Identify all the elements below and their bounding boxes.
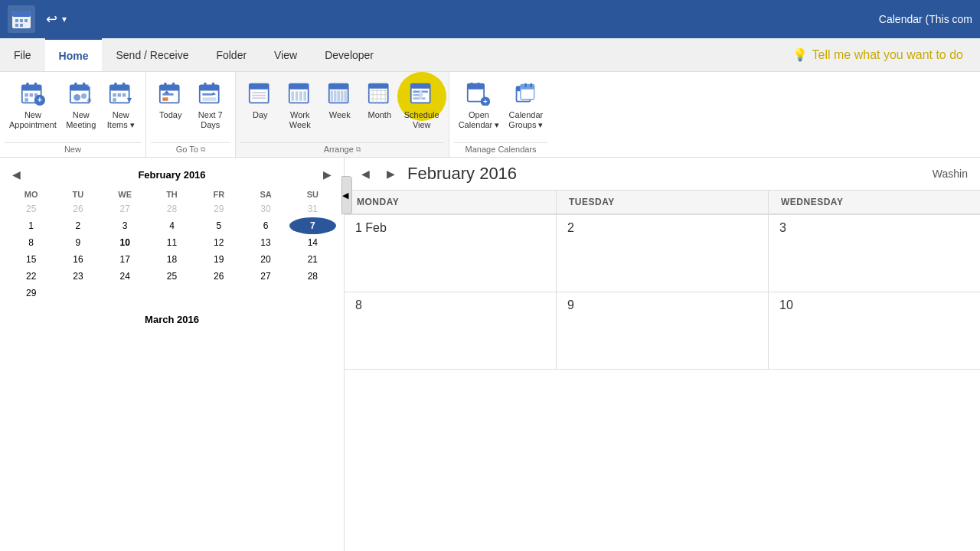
list-item[interactable]: 29 bbox=[195, 201, 242, 217]
list-item[interactable]: 26 bbox=[54, 201, 101, 217]
list-item-today[interactable]: 7 bbox=[289, 217, 336, 234]
collapse-sidebar-button[interactable]: ◀ bbox=[345, 176, 352, 214]
list-item[interactable]: 25 bbox=[149, 268, 195, 285]
svg-point-21 bbox=[74, 94, 80, 101]
calendar-groups-button[interactable]: CalendarGroups ▾ bbox=[504, 75, 547, 133]
svg-rect-92 bbox=[530, 83, 532, 87]
new-meeting-button[interactable]: + NewMeeting bbox=[61, 75, 101, 133]
list-item[interactable]: 13 bbox=[242, 234, 289, 251]
svg-rect-55 bbox=[299, 91, 302, 100]
list-item[interactable]: 27 bbox=[242, 268, 289, 285]
next-7-days-button[interactable]: Next 7Days bbox=[191, 75, 230, 133]
today-button[interactable]: Today bbox=[151, 75, 191, 123]
cal-cell-feb10[interactable]: 10 bbox=[769, 292, 980, 369]
undo-button[interactable]: ↩ bbox=[46, 11, 57, 28]
list-item bbox=[195, 285, 242, 302]
list-item[interactable]: 12 bbox=[195, 234, 242, 251]
list-item[interactable]: 25 bbox=[8, 201, 54, 217]
list-item[interactable]: 6 bbox=[242, 217, 289, 234]
list-item[interactable]: 10 bbox=[102, 234, 149, 251]
table-row: 1 Feb 2 3 bbox=[345, 215, 980, 292]
cal-cell-feb3[interactable]: 3 bbox=[769, 215, 980, 292]
svg-text:▾: ▾ bbox=[126, 95, 132, 104]
today-icon bbox=[155, 78, 186, 109]
svg-rect-74 bbox=[410, 84, 430, 89]
lightbulb-icon: 💡 bbox=[792, 47, 808, 62]
list-item[interactable]: 17 bbox=[102, 251, 149, 268]
list-item[interactable]: 14 bbox=[289, 234, 336, 251]
list-item[interactable]: 24 bbox=[102, 268, 149, 285]
cal-cell-feb2[interactable]: 2 bbox=[557, 215, 769, 292]
list-item[interactable]: 16 bbox=[54, 251, 101, 268]
list-item[interactable]: 5 bbox=[195, 217, 242, 234]
list-item[interactable]: 9 bbox=[54, 234, 101, 251]
mini-cal-grid-feb: MO TU WE TH FR SA SU 25 26 27 28 bbox=[8, 188, 336, 302]
ribbon-group-goto: Today Next 7Days bbox=[146, 72, 236, 157]
new-appointment-icon: + bbox=[18, 78, 48, 109]
svg-rect-62 bbox=[341, 90, 344, 101]
table-row: 22 23 24 25 26 27 28 bbox=[8, 268, 336, 285]
list-item[interactable]: 20 bbox=[242, 251, 289, 268]
list-item[interactable]: 22 bbox=[8, 268, 54, 285]
list-item[interactable]: 31 bbox=[289, 201, 336, 217]
list-item[interactable]: 11 bbox=[149, 234, 195, 251]
list-item[interactable]: 3 bbox=[102, 217, 149, 234]
svg-rect-2 bbox=[15, 19, 18, 22]
day-button[interactable]: Day bbox=[240, 75, 280, 123]
week-icon bbox=[325, 78, 355, 109]
svg-rect-47 bbox=[250, 84, 269, 90]
open-calendar-button[interactable]: + OpenCalendar ▾ bbox=[454, 75, 505, 133]
svg-rect-31 bbox=[122, 93, 126, 96]
new-appointment-button[interactable]: + NewAppointment bbox=[5, 75, 61, 133]
menu-bar: File Home Send / Receive Folder View Dev… bbox=[0, 38, 980, 72]
tell-me[interactable]: 💡 Tell me what you want to do bbox=[780, 38, 980, 71]
list-item[interactable]: 1 bbox=[8, 217, 54, 234]
cal-next-button[interactable]: ▶ bbox=[382, 166, 400, 181]
mini-cal-prev-feb[interactable]: ◀ bbox=[8, 167, 25, 182]
list-item[interactable]: 15 bbox=[8, 251, 54, 268]
new-items-button[interactable]: ▾ NewItems ▾ bbox=[101, 75, 141, 133]
menu-send-receive[interactable]: Send / Receive bbox=[102, 38, 202, 71]
list-item[interactable]: 23 bbox=[54, 268, 101, 285]
list-item[interactable]: 29 bbox=[8, 285, 54, 302]
list-item[interactable]: 18 bbox=[149, 251, 195, 268]
mini-cal-next-feb[interactable]: ▶ bbox=[318, 167, 336, 182]
list-item[interactable]: 21 bbox=[289, 251, 336, 268]
svg-rect-59 bbox=[330, 90, 333, 101]
cal-cell-feb8[interactable]: 8 bbox=[345, 292, 557, 369]
list-item[interactable]: 4 bbox=[149, 217, 195, 234]
svg-rect-48 bbox=[252, 92, 266, 93]
mini-cal-month-march: March 2016 bbox=[8, 311, 336, 331]
table-row: 8 9 10 bbox=[345, 292, 980, 370]
list-item[interactable]: 30 bbox=[242, 201, 289, 217]
svg-point-23 bbox=[87, 98, 91, 102]
menu-developer[interactable]: Developer bbox=[311, 38, 387, 71]
work-week-button[interactable]: WorkWeek bbox=[280, 75, 320, 133]
menu-folder[interactable]: Folder bbox=[202, 38, 260, 71]
svg-rect-27 bbox=[114, 83, 117, 88]
svg-rect-5 bbox=[15, 24, 18, 27]
list-item bbox=[102, 285, 149, 302]
list-item[interactable]: 2 bbox=[54, 217, 101, 234]
table-row: 29 bbox=[8, 285, 336, 302]
menu-home[interactable]: Home bbox=[45, 38, 103, 71]
cal-cell-feb9[interactable]: 9 bbox=[557, 292, 769, 369]
schedule-view-button[interactable]: ScheduleView bbox=[400, 75, 444, 133]
svg-rect-36 bbox=[164, 83, 167, 88]
list-item[interactable]: 19 bbox=[195, 251, 242, 268]
cal-cell-feb1[interactable]: 1 Feb bbox=[345, 215, 557, 292]
list-item[interactable]: 27 bbox=[102, 201, 149, 217]
month-button[interactable]: Month bbox=[360, 75, 400, 123]
menu-view[interactable]: View bbox=[260, 38, 311, 71]
list-item[interactable]: 28 bbox=[289, 268, 336, 285]
cal-prev-button[interactable]: ◀ bbox=[357, 166, 374, 181]
quick-access-dropdown[interactable]: ▾ bbox=[62, 14, 67, 24]
week-button[interactable]: Week bbox=[320, 75, 360, 123]
list-item[interactable]: 26 bbox=[195, 268, 242, 285]
menu-file[interactable]: File bbox=[0, 38, 45, 71]
list-item[interactable]: 8 bbox=[8, 234, 54, 251]
mini-cal-header-feb: ◀ February 2016 ▶ bbox=[8, 164, 336, 188]
schedule-view-icon bbox=[407, 78, 437, 109]
list-item[interactable]: 28 bbox=[149, 201, 195, 217]
ribbon-group-arrange-label: Arrange ⧉ bbox=[240, 142, 444, 157]
